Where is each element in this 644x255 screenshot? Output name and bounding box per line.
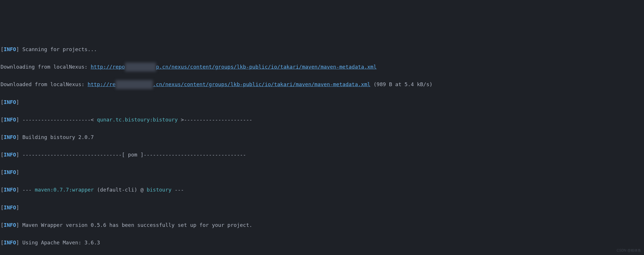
info-tag: INFO (4, 187, 16, 193)
downloaded-url-link[interactable]: http://rexxxxxxxxxxxx.cn/nexus/content/g… (87, 81, 370, 87)
info-tag: INFO (4, 222, 16, 228)
info-tag: INFO (4, 46, 16, 52)
download-url-link[interactable]: http://repoxxxxxxxxxxp.cn/nexus/content/… (91, 64, 376, 70)
log-line: [INFO] --- maven:0.7.7:wrapper (default-… (1, 186, 643, 194)
log-line: [INFO] (1, 203, 643, 212)
project-id: qunar.tc.bistoury:bistoury (97, 117, 178, 123)
info-tag: INFO (4, 152, 16, 158)
log-line: [INFO] ----------------------< qunar.tc.… (1, 115, 643, 124)
terminal-output: [INFO] Scanning for projects... Download… (1, 36, 643, 255)
log-line: [INFO] Using Apache Maven: 3.6.3 (1, 238, 643, 247)
info-tag: INFO (4, 239, 16, 246)
log-line: [INFO] Building bistoury 2.0.7 (1, 133, 643, 142)
maven-version: Using Apache Maven: 3.6.3 (19, 239, 100, 246)
info-tag: INFO (4, 169, 16, 175)
log-line: [INFO] Maven Wrapper version 0.5.6 has b… (1, 221, 643, 230)
info-tag: INFO (4, 134, 16, 140)
log-line: [INFO] (1, 98, 643, 107)
plugin-id: maven:0.7.7:wrapper (35, 187, 94, 193)
log-line: [INFO] Scanning for projects... (1, 45, 643, 54)
info-tag: INFO (4, 117, 16, 123)
info-tag: INFO (4, 99, 16, 105)
log-line: [INFO] (1, 168, 643, 177)
watermark: CSDN @粗体鱼 (616, 248, 641, 253)
info-tag: INFO (4, 204, 16, 210)
project-ref: bistoury (147, 187, 171, 193)
building-text: Building bistoury 2.0.7 (19, 134, 94, 140)
log-line: Downloading from localNexus: http://repo… (1, 63, 643, 72)
log-line: Downloaded from localNexus: http://rexxx… (1, 80, 643, 89)
wrapper-version: Maven Wrapper version 0.5.6 has been suc… (19, 222, 252, 228)
log-line: [INFO] --------------------------------[… (1, 150, 643, 159)
